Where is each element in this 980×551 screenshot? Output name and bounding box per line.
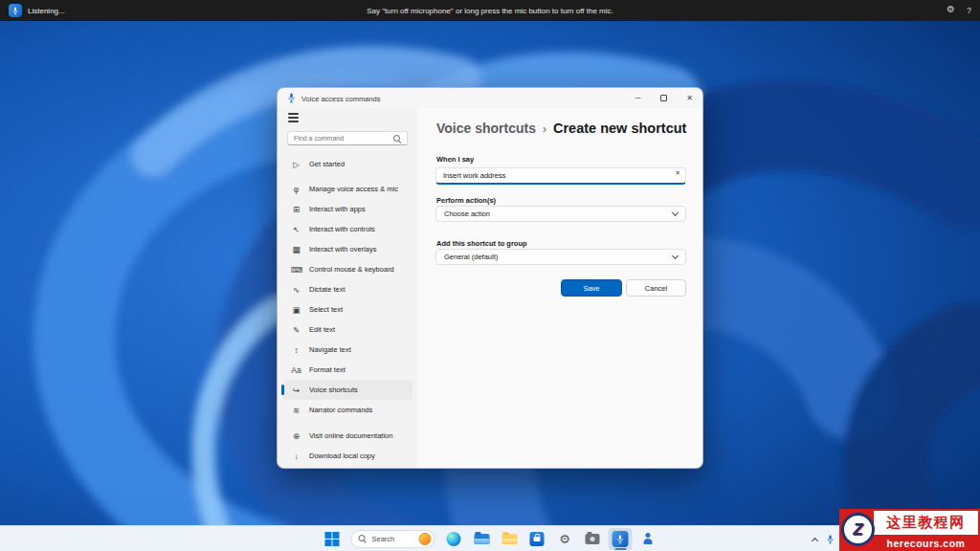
hamburger-menu-icon[interactable] (288, 117, 299, 119)
sidebar-item-label: Interact with apps (309, 205, 366, 213)
taskbar-camera[interactable] (581, 528, 605, 550)
tray-microphone-icon[interactable] (826, 535, 835, 544)
when-i-say-input[interactable] (435, 167, 686, 185)
sidebar-item-label: Edit text (309, 325, 335, 334)
start-button[interactable] (321, 528, 345, 550)
windows-logo-icon (325, 532, 339, 545)
taskbar-search[interactable]: Search (351, 530, 435, 548)
taskbar-file-explorer[interactable] (470, 528, 494, 550)
sidebar-item-label: Format text (309, 365, 345, 374)
sidebar-item-download-local-copy[interactable]: ↓ Download local copy (282, 446, 412, 466)
voice-access-bar: Listening... Say "turn off microphone" o… (0, 0, 980, 21)
watermark-logo-letter: Z (853, 520, 862, 540)
breadcrumb-separator: › (543, 122, 546, 136)
choose-action-dropdown[interactable]: Choose action (435, 206, 686, 222)
sidebar-item-label: Interact with overlays (309, 245, 376, 253)
taskbar-store[interactable] (525, 528, 549, 550)
edge-icon (447, 532, 461, 546)
taskbar-search-label: Search (372, 535, 414, 543)
page-title: Create new shortcut (553, 121, 686, 136)
command-search-input[interactable] (288, 132, 407, 144)
minimize-button[interactable]: ─ (625, 88, 651, 108)
visual-search-icon[interactable] (419, 533, 432, 545)
sidebar-nav: ▷ Get started φ Manage voice access & mi… (278, 154, 417, 420)
sidebar-item-icon: ⊕ (291, 431, 301, 441)
taskbar-people[interactable] (636, 528, 660, 550)
chevron-down-icon (672, 209, 679, 215)
save-button[interactable]: Save (561, 279, 622, 297)
sidebar-item-label: Narrator commands (309, 406, 372, 414)
choose-action-value: Choose action (444, 209, 490, 218)
sidebar-item-interact-with-overlays[interactable]: ▦ Interact with overlays (282, 239, 412, 259)
taskbar-edge-icon[interactable] (442, 528, 466, 550)
sidebar-item-icon: φ (291, 185, 301, 194)
sidebar-item-icon: ↪ (291, 386, 301, 395)
taskbar-voice-access[interactable] (609, 528, 633, 550)
sidebar-item-label: Get started (309, 160, 345, 168)
sidebar-item-label: Voice shortcuts (309, 386, 358, 394)
watermark: 这里教程网 herecours.com Z (839, 509, 980, 551)
taskbar-folder[interactable] (498, 528, 522, 550)
sidebar-item-label: Dictate text (309, 285, 345, 294)
sidebar-item-icon: ≋ (291, 406, 301, 415)
search-icon (393, 135, 402, 143)
help-icon[interactable]: ? (967, 6, 971, 15)
window-controls: ─ ✕ (625, 88, 702, 108)
when-i-say-label: When I say (436, 155, 474, 164)
sidebar-item-interact-with-apps[interactable]: ⊞ Interact with apps (282, 199, 412, 219)
sidebar-item-format-text[interactable]: Aa Format text (282, 360, 412, 380)
gear-icon: ⚙ (559, 533, 570, 545)
maximize-icon (660, 95, 667, 101)
cancel-button[interactable]: Cancel (626, 279, 686, 297)
sidebar-item-narrator-commands[interactable]: ≋ Narrator commands (282, 400, 412, 420)
sidebar-item-icon: ✎ (291, 325, 301, 335)
sidebar-item-voice-shortcuts[interactable]: ↪ Voice shortcuts (282, 380, 412, 400)
group-value: General (default) (444, 253, 498, 261)
sidebar-item-navigate-text[interactable]: ↕ Navigate text (282, 340, 412, 360)
clear-input-icon[interactable]: ✕ (675, 169, 680, 177)
watermark-logo: Z (841, 513, 875, 546)
sidebar-item-icon: Aa (291, 365, 301, 375)
when-i-say-field: ✕ (435, 165, 686, 182)
sidebar-lists: ▷ Get started φ Manage voice access & mi… (278, 154, 417, 466)
sidebar-item-icon: ▦ (291, 245, 301, 254)
people-icon (641, 533, 656, 545)
sidebar-item-select-text[interactable]: ▣ Select text (282, 299, 412, 320)
sidebar-item-icon: ⌨ (291, 265, 301, 275)
window-titlebar[interactable]: Voice access commands ─ ✕ (278, 88, 702, 108)
app-icon (286, 93, 297, 103)
sidebar-item-label: Visit online documentation (309, 431, 392, 440)
watermark-site-name: 这里教程网 (886, 514, 966, 532)
breadcrumb-voice-shortcuts[interactable]: Voice shortcuts (436, 121, 536, 136)
chevron-down-icon (672, 252, 679, 258)
sidebar-item-control-mouse-and-keyboard[interactable]: ⌨ Control mouse & keyboard (282, 259, 412, 279)
tray-overflow-chevron-icon[interactable] (812, 537, 818, 543)
voice-access-icon (612, 531, 629, 547)
voice-hint-text: Say "turn off microphone" or long press … (0, 7, 980, 15)
sidebar-item-get-started[interactable]: ▷ Get started (282, 154, 412, 174)
sidebar-item-label: Control mouse & keyboard (309, 265, 394, 274)
settings-gear-icon[interactable]: ⚙ (947, 5, 955, 14)
sidebar-item-icon: ∿ (291, 285, 301, 295)
perform-actions-label: Perform action(s) (436, 196, 496, 205)
maximize-button[interactable] (651, 88, 677, 108)
sidebar-item-icon: ▷ (291, 160, 301, 169)
taskbar-settings[interactable]: ⚙ (553, 528, 577, 550)
sidebar: ▷ Get started φ Manage voice access & mi… (278, 108, 417, 468)
window-title: Voice access commands (301, 95, 381, 103)
watermark-name-panel: 这里教程网 (874, 511, 978, 535)
sidebar-item-manage-voice-access-and-mic[interactable]: φ Manage voice access & mic (282, 179, 412, 199)
group-dropdown[interactable]: General (default) (435, 249, 686, 265)
folder-icon (501, 534, 517, 544)
sidebar-item-dictate-text[interactable]: ∿ Dictate text (282, 279, 412, 299)
sidebar-item-visit-online-documentation[interactable]: ⊕ Visit online documentation (282, 426, 412, 446)
screen: Listening... Say "turn off microphone" o… (0, 0, 980, 551)
sidebar-item-interact-with-controls[interactable]: ↖ Interact with controls (282, 219, 412, 239)
sidebar-footer-nav: ⊕ Visit online documentation ↓ Download … (278, 426, 417, 466)
shortcut-group-label: Add this shortcut to group (436, 239, 527, 248)
sidebar-item-icon: ↖ (291, 225, 301, 234)
taskbar-center-group: Search ⚙ (321, 527, 660, 551)
close-button[interactable]: ✕ (677, 88, 702, 108)
sidebar-item-edit-text[interactable]: ✎ Edit text (282, 320, 412, 340)
store-icon (530, 532, 545, 546)
